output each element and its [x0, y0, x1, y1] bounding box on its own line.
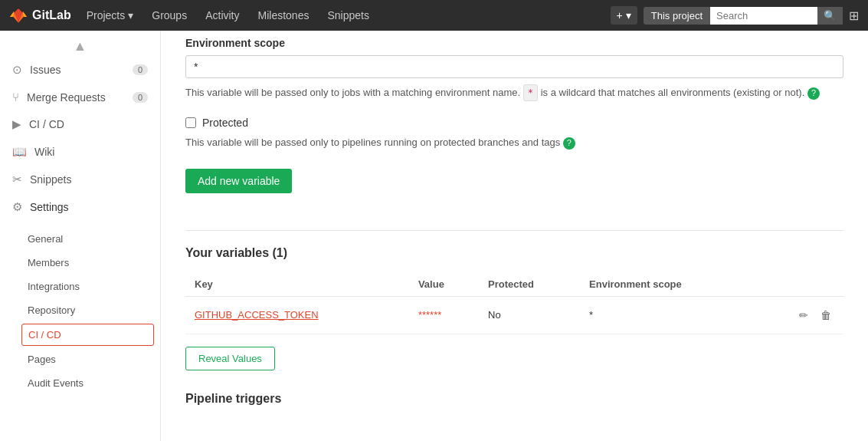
env-scope-help-text: This variable will be passed only to job…: [185, 84, 843, 101]
nav-projects[interactable]: Projects ▾: [84, 0, 137, 31]
sidebar-item-snippets[interactable]: ✂ Snippets: [0, 166, 160, 193]
var-protected-cell: No: [479, 296, 580, 334]
edit-variable-button[interactable]: ✏: [796, 306, 811, 324]
sidebar: ▲ ⊙ Issues 0 ⑂ Merge Requests 0 ▶ CI / C…: [0, 31, 161, 441]
sidebar-sub-cicd[interactable]: CI / CD: [21, 324, 154, 346]
variables-table-header: Key Value Protected Environment scope: [185, 272, 843, 297]
sidebar-item-issues[interactable]: ⊙ Issues 0: [0, 56, 160, 84]
nav-milestones[interactable]: Milestones: [255, 0, 313, 31]
scroll-up-indicator: ▲: [0, 37, 160, 56]
chevron-down-icon: ▾: [128, 9, 133, 21]
sidebar-sub-audit-events[interactable]: Audit Events: [0, 371, 160, 395]
settings-icon: ⚙: [12, 200, 22, 214]
sidebar-sub-pages[interactable]: Pages: [0, 347, 160, 371]
main-content: Environment scope This variable will be …: [161, 31, 868, 441]
delete-variable-button[interactable]: 🗑: [817, 306, 834, 324]
sidebar-item-cicd[interactable]: ▶ CI / CD: [0, 110, 160, 138]
var-key-cell: GITHUB_ACCESS_TOKEN: [185, 296, 409, 334]
protected-help-text: This variable will be passed only to pip…: [185, 135, 843, 150]
col-value: Value: [409, 272, 479, 297]
wiki-icon: 📖: [12, 145, 27, 159]
sidebar-item-merge-requests[interactable]: ⑂ Merge Requests 0: [0, 84, 160, 110]
pipeline-triggers-title: Pipeline triggers: [185, 392, 843, 406]
new-item-button[interactable]: + ▾: [611, 6, 637, 25]
settings-submenu: General Members Integrations Repository …: [0, 227, 160, 395]
search-icon: 🔍: [824, 10, 837, 21]
search-submit-button[interactable]: 🔍: [817, 7, 843, 25]
search-input[interactable]: [710, 7, 817, 25]
col-actions: [755, 272, 843, 297]
issues-badge: 0: [133, 64, 148, 75]
chevron-down-icon-plus: ▾: [626, 9, 631, 21]
protected-help-icon[interactable]: ?: [563, 137, 575, 150]
app-body: ▲ ⊙ Issues 0 ⑂ Merge Requests 0 ▶ CI / C…: [0, 31, 868, 441]
issues-icon: ⊙: [12, 63, 22, 77]
panel-toggle-button[interactable]: ⊞: [849, 8, 859, 23]
variables-table-body: GITHUB_ACCESS_TOKEN ****** No * ✏ 🗑: [185, 296, 843, 334]
sidebar-sub-general[interactable]: General: [0, 227, 160, 251]
variables-section-title: Your variables (1): [185, 246, 843, 260]
add-new-variable-button[interactable]: Add new variable: [185, 169, 292, 193]
sidebar-item-settings[interactable]: ⚙ Settings: [0, 193, 160, 221]
env-scope-input[interactable]: [185, 55, 843, 78]
var-value-cell: ******: [409, 296, 479, 334]
search-bar: This project 🔍: [644, 7, 843, 25]
search-scope-button[interactable]: This project: [644, 7, 710, 25]
gitlab-logo-text: GitLab: [32, 8, 71, 22]
sidebar-item-wiki[interactable]: 📖 Wiki: [0, 138, 160, 166]
nav-groups[interactable]: Groups: [149, 0, 190, 31]
col-env-scope: Environment scope: [580, 272, 754, 297]
wildcard-badge: *: [523, 84, 538, 101]
protected-section: Protected This variable will be passed o…: [185, 117, 843, 150]
gitlab-logo-icon: [9, 6, 28, 25]
help-icon[interactable]: ?: [807, 87, 820, 100]
var-key-value: GITHUB_ACCESS_TOKEN: [195, 309, 319, 321]
var-actions-cell: ✏ 🗑: [755, 296, 843, 334]
table-row: GITHUB_ACCESS_TOKEN ****** No * ✏ 🗑: [185, 296, 843, 334]
gitlab-logo[interactable]: GitLab: [9, 6, 71, 25]
var-env-scope-cell: *: [580, 296, 754, 334]
nav-snippets[interactable]: Snippets: [324, 0, 372, 31]
protected-checkbox[interactable]: [185, 117, 196, 128]
top-navigation: GitLab Projects ▾ Groups Activity Milest…: [0, 0, 868, 31]
table-actions: ✏ 🗑: [764, 306, 834, 324]
cicd-icon: ▶: [12, 117, 21, 131]
pipeline-triggers-section: Pipeline triggers: [185, 392, 843, 406]
env-scope-section: Environment scope This variable will be …: [185, 37, 843, 101]
variables-table: Key Value Protected Environment scope GI…: [185, 272, 843, 334]
merge-requests-icon: ⑂: [12, 91, 19, 104]
section-divider: [185, 230, 843, 231]
table-header-row: Key Value Protected Environment scope: [185, 272, 843, 297]
col-protected: Protected: [479, 272, 580, 297]
sidebar-sub-integrations[interactable]: Integrations: [0, 275, 160, 298]
sidebar-sub-members[interactable]: Members: [0, 251, 160, 275]
reveal-values-button[interactable]: Reveal Values: [185, 347, 275, 370]
var-value-masked: ******: [418, 309, 441, 321]
env-scope-label: Environment scope: [185, 37, 843, 49]
nav-right-section: + ▾ This project 🔍 ⊞: [611, 6, 859, 25]
sidebar-sub-repository[interactable]: Repository: [0, 298, 160, 322]
merge-requests-badge: 0: [133, 92, 148, 103]
snippets-icon: ✂: [12, 173, 22, 186]
protected-checkbox-label[interactable]: Protected: [185, 117, 843, 129]
nav-activity[interactable]: Activity: [202, 0, 242, 31]
form-section: Environment scope This variable will be …: [185, 31, 843, 406]
col-key: Key: [185, 272, 409, 297]
